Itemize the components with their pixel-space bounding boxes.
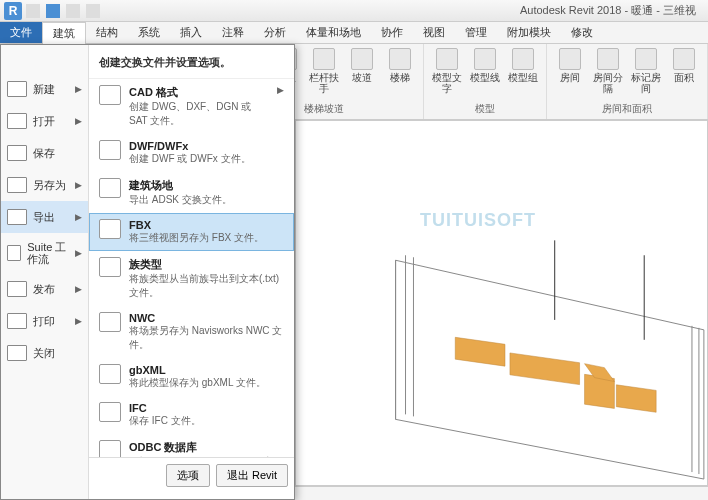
- undo-icon[interactable]: [66, 4, 80, 18]
- app-menu-item[interactable]: 打开▶: [1, 105, 88, 137]
- app-menu-item[interactable]: Suite 工作流▶: [1, 233, 88, 273]
- revit-logo-icon: R: [4, 2, 22, 20]
- chevron-right-icon: ▶: [75, 180, 82, 190]
- btn-room[interactable]: 房间: [553, 46, 587, 85]
- app-menu-item[interactable]: 发布▶: [1, 273, 88, 305]
- line-icon: [474, 48, 496, 70]
- app-menu-item[interactable]: 保存: [1, 137, 88, 169]
- btn-stair[interactable]: 楼梯: [383, 46, 417, 85]
- ramp-icon: [351, 48, 373, 70]
- svg-rect-1: [510, 353, 580, 385]
- tab-annotate[interactable]: 注释: [212, 22, 254, 43]
- format-icon: [99, 219, 121, 239]
- format-icon: [99, 402, 121, 422]
- redo-icon[interactable]: [86, 4, 100, 18]
- tab-file[interactable]: 文件: [0, 22, 42, 43]
- chevron-right-icon: ▶: [75, 116, 82, 126]
- separator-icon: [597, 48, 619, 70]
- tab-manage[interactable]: 管理: [455, 22, 497, 43]
- svg-rect-3: [616, 385, 656, 412]
- app-menu-commands: 新建▶打开▶保存另存为▶导出▶Suite 工作流▶发布▶打印▶关闭: [1, 45, 89, 499]
- format-icon: [99, 140, 121, 160]
- export-format-item[interactable]: IFC保存 IFC 文件。: [89, 396, 294, 434]
- tab-view[interactable]: 视图: [413, 22, 455, 43]
- quick-access-toolbar[interactable]: [26, 4, 100, 18]
- app-menu-item[interactable]: 新建▶: [1, 73, 88, 105]
- btn-model-text[interactable]: 模型文字: [430, 46, 464, 96]
- file-icon: [7, 345, 27, 361]
- export-format-item[interactable]: 建筑场地导出 ADSK 交换文件。: [89, 172, 294, 213]
- chevron-right-icon: ▶: [75, 212, 82, 222]
- format-icon: [99, 312, 121, 332]
- btn-room-sep[interactable]: 房间分隔: [591, 46, 625, 96]
- exit-button[interactable]: 退出 Revit: [216, 464, 288, 487]
- format-icon: [99, 364, 121, 384]
- file-icon: [7, 81, 27, 97]
- tab-modify[interactable]: 修改: [561, 22, 603, 43]
- btn-model-line[interactable]: 模型线: [468, 46, 502, 85]
- btn-area[interactable]: 面积: [667, 46, 701, 85]
- btn-tag-room[interactable]: 标记房间: [629, 46, 663, 96]
- tab-addins[interactable]: 附加模块: [497, 22, 561, 43]
- text-icon: [436, 48, 458, 70]
- app-menu-item[interactable]: 关闭: [1, 337, 88, 369]
- area-icon: [673, 48, 695, 70]
- submenu-header: 创建交换文件并设置选项。: [89, 51, 294, 79]
- chevron-right-icon: ▶: [75, 248, 82, 258]
- chevron-right-icon: ▶: [75, 84, 82, 94]
- tab-insert[interactable]: 插入: [170, 22, 212, 43]
- format-icon: [99, 257, 121, 277]
- viewport-3d[interactable]: [295, 120, 708, 486]
- ribbon-group-model: 模型文字 模型线 模型组 模型: [424, 44, 547, 119]
- room-icon: [559, 48, 581, 70]
- chevron-right-icon: ▶: [75, 316, 82, 326]
- btn-ramp[interactable]: 坡道: [345, 46, 379, 85]
- export-format-item[interactable]: CAD 格式创建 DWG、DXF、DGN 或 SAT 文件。▶: [89, 79, 294, 134]
- app-menu-footer: 选项 退出 Revit: [89, 457, 294, 493]
- export-format-item[interactable]: ODBC 数据库将模型数据保存到 ODBC 数据库。: [89, 434, 294, 457]
- file-icon: [7, 113, 27, 129]
- tab-systems[interactable]: 系统: [128, 22, 170, 43]
- file-icon: [7, 313, 27, 329]
- app-menu-submenu: 创建交换文件并设置选项。 CAD 格式创建 DWG、DXF、DGN 或 SAT …: [89, 45, 294, 499]
- app-menu-item[interactable]: 另存为▶: [1, 169, 88, 201]
- app-menu-item[interactable]: 导出▶: [1, 201, 88, 233]
- open-icon[interactable]: [26, 4, 40, 18]
- tag-icon: [635, 48, 657, 70]
- options-button[interactable]: 选项: [166, 464, 210, 487]
- ribbon-tabs: 文件 建筑 结构 系统 插入 注释 分析 体量和场地 协作 视图 管理 附加模块…: [0, 22, 708, 44]
- tab-architecture[interactable]: 建筑: [42, 22, 86, 44]
- app-menu-item[interactable]: 打印▶: [1, 305, 88, 337]
- file-icon: [7, 145, 27, 161]
- format-icon: [99, 85, 121, 105]
- tab-structure[interactable]: 结构: [86, 22, 128, 43]
- railing-icon: [313, 48, 335, 70]
- export-format-item[interactable]: FBX将三维视图另存为 FBX 文件。: [89, 213, 294, 251]
- export-format-item[interactable]: NWC将场景另存为 Navisworks NWC 文件。: [89, 306, 294, 358]
- file-icon: [7, 209, 27, 225]
- format-icon: [99, 178, 121, 198]
- save-icon[interactable]: [46, 4, 60, 18]
- chevron-right-icon: ▶: [75, 284, 82, 294]
- group-icon: [512, 48, 534, 70]
- chevron-right-icon: ▶: [277, 85, 284, 95]
- file-icon: [7, 281, 27, 297]
- title-bar: R Autodesk Revit 2018 - 暖通 - 三维视: [0, 0, 708, 22]
- tab-massing[interactable]: 体量和场地: [296, 22, 371, 43]
- btn-model-group[interactable]: 模型组: [506, 46, 540, 85]
- application-menu: 新建▶打开▶保存另存为▶导出▶Suite 工作流▶发布▶打印▶关闭 创建交换文件…: [0, 44, 295, 500]
- stair-icon: [389, 48, 411, 70]
- btn-railing[interactable]: 栏杆扶手: [307, 46, 341, 96]
- format-icon: [99, 440, 121, 457]
- window-title: Autodesk Revit 2018 - 暖通 - 三维视: [520, 3, 704, 18]
- export-format-item[interactable]: 族类型将族类型从当前族导出到文本(.txt)文件。: [89, 251, 294, 306]
- export-format-item[interactable]: gbXML将此模型保存为 gbXML 文件。: [89, 358, 294, 396]
- export-format-item[interactable]: DWF/DWFx创建 DWF 或 DWFx 文件。: [89, 134, 294, 172]
- file-icon: [7, 177, 27, 193]
- ribbon-group-room: 房间 房间分隔 标记房间 面积 房间和面积: [547, 44, 708, 119]
- file-icon: [7, 245, 21, 261]
- tab-collaborate[interactable]: 协作: [371, 22, 413, 43]
- svg-rect-0: [455, 337, 505, 366]
- tab-analyze[interactable]: 分析: [254, 22, 296, 43]
